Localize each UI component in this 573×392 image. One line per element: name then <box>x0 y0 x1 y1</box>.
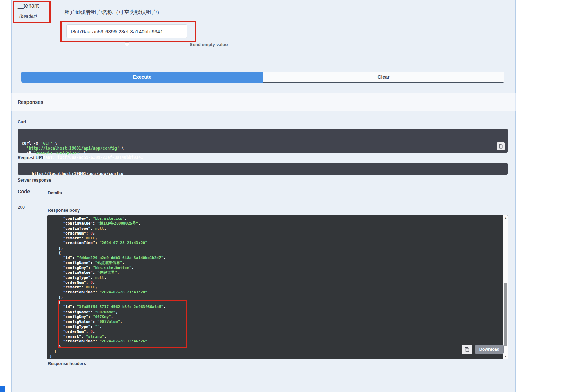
send-empty-value-checkbox[interactable] <box>125 42 129 46</box>
curl-command-block: curl -X 'GET' \ 'http://localhost:19001/… <box>18 129 508 153</box>
scroll-down-icon[interactable]: ▼ <box>503 354 508 359</box>
responses-section-header: Responses <box>11 93 516 111</box>
clipboard-icon <box>464 347 470 352</box>
table-divider <box>18 200 508 200</box>
parameter-name: __tenant <box>18 3 39 9</box>
curl-label: Curl <box>18 120 26 124</box>
parameter-description: 租户id或者租户名称（可空为默认租户） <box>65 9 162 16</box>
status-code: 200 <box>18 205 25 210</box>
request-url-block: http://localhost:19001/api/app/config <box>18 163 508 175</box>
response-headers-label: Response headers <box>48 361 86 366</box>
response-body-block: "configKey": "bbs.site.icp", "configValu… <box>47 215 508 359</box>
clear-button[interactable]: Clear <box>263 72 504 83</box>
scrollbar-thumb[interactable] <box>504 283 507 346</box>
curl-copy-button[interactable] <box>497 142 505 150</box>
download-button[interactable]: Download <box>475 345 504 354</box>
clipboard-icon <box>498 144 503 149</box>
curl-command: curl -X 'GET' \ 'http://localhost:19001/… <box>22 141 504 160</box>
response-body-json: "configKey": "bbs.site.icp", "configValu… <box>49 216 503 359</box>
server-response-label: Server response <box>18 178 51 183</box>
send-empty-value-label: Send empty value <box>190 42 228 47</box>
details-column-header: Details <box>48 190 62 195</box>
execute-button[interactable]: Execute <box>21 72 263 83</box>
code-column-header: Code <box>18 189 30 194</box>
response-body-scrollbar[interactable]: ▲ ▼ <box>503 215 508 359</box>
scroll-up-icon[interactable]: ▲ <box>503 216 508 220</box>
swagger-ui-page: __tenant (header) 租户id或者租户名称（可空为默认租户） Se… <box>0 0 573 392</box>
tenant-value-input[interactable] <box>66 24 187 38</box>
request-url-value: http://localhost:19001/api/app/config <box>32 171 123 176</box>
response-copy-button[interactable] <box>462 345 472 354</box>
response-body-json-area: "configKey": "bbs.site.icp", "configValu… <box>47 215 503 359</box>
corner-artifact <box>0 386 5 392</box>
parameter-in-location: (header) <box>19 14 37 19</box>
request-url-label: Request URL <box>18 155 44 160</box>
response-body-label: Response body <box>48 208 80 213</box>
